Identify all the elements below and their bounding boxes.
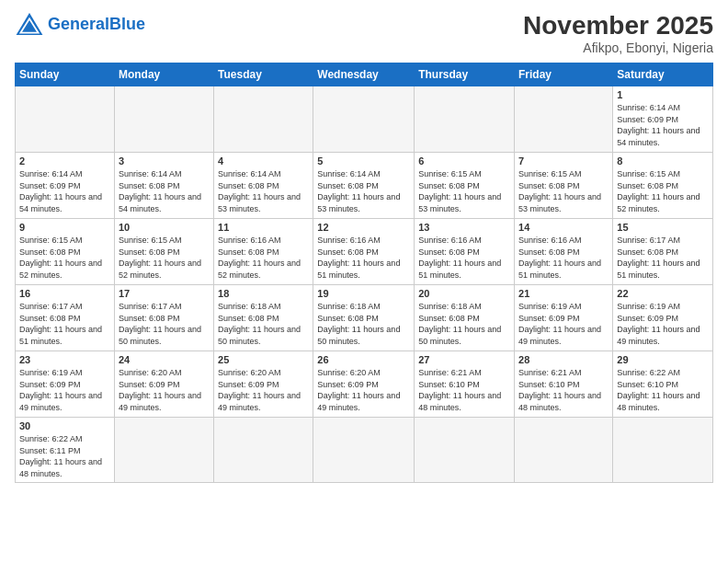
day-21: 21 Sunrise: 6:19 AMSunset: 6:09 PMDaylig…: [515, 285, 613, 351]
day-22: 22 Sunrise: 6:19 AMSunset: 6:09 PMDaylig…: [613, 285, 713, 351]
empty-cell: [16, 86, 115, 153]
day-25: 25 Sunrise: 6:20 AMSunset: 6:09 PMDaylig…: [214, 351, 313, 418]
header-monday: Monday: [114, 63, 213, 86]
empty-cell: [515, 418, 613, 483]
day-8: 8 Sunrise: 6:15 AMSunset: 6:08 PMDayligh…: [613, 153, 713, 219]
day-28: 28 Sunrise: 6:21 AMSunset: 6:10 PMDaylig…: [515, 351, 613, 418]
empty-cell: [313, 86, 415, 153]
day-16: 16 Sunrise: 6:17 AMSunset: 6:08 PMDaylig…: [16, 285, 115, 351]
day-10: 10 Sunrise: 6:15 AMSunset: 6:08 PMDaylig…: [114, 219, 213, 285]
header-thursday: Thursday: [415, 63, 515, 86]
day-1: 1 Sunrise: 6:14 AMSunset: 6:09 PMDayligh…: [613, 86, 713, 153]
day-29: 29 Sunrise: 6:22 AMSunset: 6:10 PMDaylig…: [613, 351, 713, 418]
day-24: 24 Sunrise: 6:20 AMSunset: 6:09 PMDaylig…: [114, 351, 213, 418]
day-4: 4 Sunrise: 6:14 AMSunset: 6:08 PMDayligh…: [214, 153, 313, 219]
calendar-row-5: 23 Sunrise: 6:19 AMSunset: 6:09 PMDaylig…: [16, 351, 713, 418]
page: GeneralBlue November 2025 Afikpo, Ebonyi…: [0, 0, 728, 563]
day-15: 15 Sunrise: 6:17 AMSunset: 6:08 PMDaylig…: [613, 219, 713, 285]
day-9: 9 Sunrise: 6:15 AMSunset: 6:08 PMDayligh…: [16, 219, 115, 285]
header-friday: Friday: [515, 63, 613, 86]
logo-general: General: [48, 15, 109, 33]
calendar-row-3: 9 Sunrise: 6:15 AMSunset: 6:08 PMDayligh…: [16, 219, 713, 285]
calendar-row-1: 1 Sunrise: 6:14 AMSunset: 6:09 PMDayligh…: [16, 86, 713, 153]
day-18: 18 Sunrise: 6:18 AMSunset: 6:08 PMDaylig…: [214, 285, 313, 351]
logo-blue: Blue: [109, 15, 145, 33]
header: GeneralBlue November 2025 Afikpo, Ebonyi…: [15, 11, 713, 55]
calendar-row-6: 30 Sunrise: 6:22 AMSunset: 6:11 PMDaylig…: [16, 418, 713, 483]
logo-text: GeneralBlue: [48, 16, 145, 32]
day-17: 17 Sunrise: 6:17 AMSunset: 6:08 PMDaylig…: [114, 285, 213, 351]
day-3: 3 Sunrise: 6:14 AMSunset: 6:08 PMDayligh…: [114, 153, 213, 219]
month-title: November 2025: [523, 11, 713, 40]
empty-cell: [214, 418, 313, 483]
header-saturday: Saturday: [613, 63, 713, 86]
calendar-row-2: 2 Sunrise: 6:14 AMSunset: 6:09 PMDayligh…: [16, 153, 713, 219]
empty-cell: [313, 418, 415, 483]
empty-cell: [515, 86, 613, 153]
day-2: 2 Sunrise: 6:14 AMSunset: 6:09 PMDayligh…: [16, 153, 115, 219]
day-30: 30 Sunrise: 6:22 AMSunset: 6:11 PMDaylig…: [16, 418, 115, 483]
logo-icon: [15, 11, 44, 37]
day-19: 19 Sunrise: 6:18 AMSunset: 6:08 PMDaylig…: [313, 285, 415, 351]
day-14: 14 Sunrise: 6:16 AMSunset: 6:08 PMDaylig…: [515, 219, 613, 285]
empty-cell: [613, 418, 713, 483]
header-sunday: Sunday: [16, 63, 115, 86]
day-6: 6 Sunrise: 6:15 AMSunset: 6:08 PMDayligh…: [415, 153, 515, 219]
weekday-header-row: Sunday Monday Tuesday Wednesday Thursday…: [16, 63, 713, 86]
empty-cell: [114, 418, 213, 483]
empty-cell: [114, 86, 213, 153]
day-7: 7 Sunrise: 6:15 AMSunset: 6:08 PMDayligh…: [515, 153, 613, 219]
day-12: 12 Sunrise: 6:16 AMSunset: 6:08 PMDaylig…: [313, 219, 415, 285]
logo: GeneralBlue: [15, 11, 145, 37]
title-block: November 2025 Afikpo, Ebonyi, Nigeria: [523, 11, 713, 55]
day-23: 23 Sunrise: 6:19 AMSunset: 6:09 PMDaylig…: [16, 351, 115, 418]
empty-cell: [415, 86, 515, 153]
calendar-row-4: 16 Sunrise: 6:17 AMSunset: 6:08 PMDaylig…: [16, 285, 713, 351]
empty-cell: [415, 418, 515, 483]
header-wednesday: Wednesday: [313, 63, 415, 86]
empty-cell: [214, 86, 313, 153]
header-tuesday: Tuesday: [214, 63, 313, 86]
day-20: 20 Sunrise: 6:18 AMSunset: 6:08 PMDaylig…: [415, 285, 515, 351]
day-27: 27 Sunrise: 6:21 AMSunset: 6:10 PMDaylig…: [415, 351, 515, 418]
day-13: 13 Sunrise: 6:16 AMSunset: 6:08 PMDaylig…: [415, 219, 515, 285]
location: Afikpo, Ebonyi, Nigeria: [523, 40, 713, 55]
day-11: 11 Sunrise: 6:16 AMSunset: 6:08 PMDaylig…: [214, 219, 313, 285]
day-26: 26 Sunrise: 6:20 AMSunset: 6:09 PMDaylig…: [313, 351, 415, 418]
calendar: Sunday Monday Tuesday Wednesday Thursday…: [15, 63, 713, 483]
day-5: 5 Sunrise: 6:14 AMSunset: 6:08 PMDayligh…: [313, 153, 415, 219]
